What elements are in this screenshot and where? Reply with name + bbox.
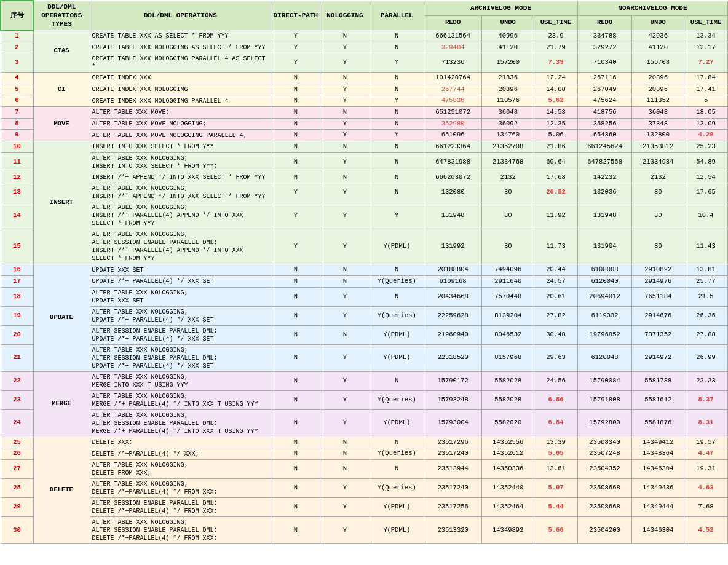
noarch-redo-cell: 475624 bbox=[577, 95, 631, 107]
direct-path-cell: Y bbox=[271, 30, 320, 42]
nologging-cell: Y bbox=[320, 202, 370, 229]
ddl-cell: ALTER TABLE XXX NOLOGGING;ALTER SESSION … bbox=[90, 344, 271, 371]
noarch-undo-cell: 2132 bbox=[632, 172, 684, 183]
arch-redo-cell: 329404 bbox=[424, 42, 481, 53]
row-num: 17 bbox=[1, 275, 33, 287]
noarch-usetime-cell: 26.99 bbox=[684, 344, 728, 371]
ddl-cell: ALTER TABLE XXX NOLOGGING;DELETE /*+PARA… bbox=[90, 478, 271, 497]
nologging-cell: Y bbox=[320, 516, 370, 543]
arch-undo-cell: 14352612 bbox=[482, 448, 534, 460]
row-num: 13 bbox=[1, 183, 33, 202]
parallel-cell: N bbox=[370, 42, 424, 53]
row-num: 10 bbox=[1, 141, 33, 153]
arch-usetime-cell: 20.44 bbox=[534, 264, 578, 276]
col-l-header: USE_TIME bbox=[684, 15, 728, 30]
direct-path-cell: Y bbox=[271, 183, 320, 202]
noarch-redo-cell: 6120048 bbox=[577, 344, 631, 371]
arch-usetime-cell: 17.68 bbox=[534, 172, 578, 183]
nologging-cell: N bbox=[320, 275, 370, 287]
noarch-redo-cell: 23508668 bbox=[577, 478, 631, 497]
noarch-undo-cell: 20896 bbox=[632, 84, 684, 95]
ddl-cell: ALTER TABLE XXX NOLOGGING;ALTER SESSION … bbox=[90, 516, 271, 543]
parallel-cell: Y(PDML) bbox=[370, 325, 424, 344]
arch-undo-cell: 157200 bbox=[482, 53, 534, 73]
arch-undo-cell: 7494096 bbox=[482, 264, 534, 276]
noarch-redo-cell: 418756 bbox=[577, 107, 631, 119]
nologging-cell: N bbox=[320, 30, 370, 42]
nologging-cell: Y bbox=[320, 306, 370, 325]
direct-path-cell: N bbox=[271, 95, 320, 107]
noarch-redo-cell: 6120040 bbox=[577, 275, 631, 287]
arch-undo-cell: 2132 bbox=[482, 172, 534, 183]
arch-undo-cell: 40996 bbox=[482, 30, 534, 42]
op-group-cell: CI bbox=[33, 73, 90, 107]
ddl-cell: ALTER SESSION ENABLE PARALLEL DML;DELETE… bbox=[90, 497, 271, 516]
col-j-header: REDO bbox=[577, 15, 631, 30]
arch-undo-cell: 21334768 bbox=[482, 152, 534, 172]
op-group-cell: CTAS bbox=[33, 30, 90, 73]
parallel-cell: N bbox=[370, 287, 424, 306]
arch-undo-cell: 21336 bbox=[482, 73, 534, 84]
parallel-cell: N bbox=[370, 84, 424, 95]
nologging-cell: Y bbox=[320, 229, 370, 264]
noarch-usetime-cell: 5 bbox=[684, 95, 728, 107]
arch-undo-cell: 14352464 bbox=[482, 497, 534, 516]
row-num: 7 bbox=[1, 107, 33, 119]
ddl-cell: ALTER TABLE XXX NOLOGGING;MERGE /*+ PARA… bbox=[90, 390, 271, 409]
ddl-cell: CREATE INDEX XXX bbox=[90, 73, 271, 84]
noarch-redo-cell: 267116 bbox=[577, 73, 631, 84]
noarch-undo-cell: 7651184 bbox=[632, 287, 684, 306]
direct-path-cell: N bbox=[271, 172, 320, 183]
arch-undo-cell: 36048 bbox=[482, 107, 534, 119]
noarch-redo-cell: 23508668 bbox=[577, 497, 631, 516]
col-k-header: UNDO bbox=[632, 15, 684, 30]
parallel-cell: N bbox=[370, 183, 424, 202]
arch-undo-cell: 21352708 bbox=[482, 141, 534, 153]
noarch-usetime-cell: 11.43 bbox=[684, 229, 728, 264]
arch-undo-cell: 2911640 bbox=[482, 275, 534, 287]
noarch-undo-cell: 5581612 bbox=[632, 390, 684, 409]
arch-usetime-cell: 5.66 bbox=[534, 516, 578, 543]
ddl-cell: CREATE TABLE XXX NOLOGGING PARALLEL 4 AS… bbox=[90, 53, 271, 73]
nologging-cell: Y bbox=[320, 95, 370, 107]
ddl-cell: DELETE XXX; bbox=[90, 437, 271, 448]
row-num: 16 bbox=[1, 264, 33, 276]
noarch-usetime-cell: 21.5 bbox=[684, 287, 728, 306]
direct-path-cell: N bbox=[271, 152, 320, 172]
arch-redo-cell: 101420764 bbox=[424, 73, 481, 84]
arch-redo-cell: 23517296 bbox=[424, 437, 481, 448]
parallel-cell: Y(Queries) bbox=[370, 478, 424, 497]
noarch-redo-cell: 15792800 bbox=[577, 409, 631, 437]
row-num: 21 bbox=[1, 344, 33, 371]
parallel-cell: Y bbox=[370, 95, 424, 107]
nologging-cell: N bbox=[320, 264, 370, 276]
nologging-cell: N bbox=[320, 107, 370, 119]
noarch-redo-cell: 131948 bbox=[577, 202, 631, 229]
parallel-cell: Y(Queries) bbox=[370, 448, 424, 460]
noarch-redo-cell: 23504352 bbox=[577, 459, 631, 478]
direct-path-cell: N bbox=[271, 118, 320, 130]
row-num: 4 bbox=[1, 73, 33, 84]
arch-usetime-cell: 11.92 bbox=[534, 202, 578, 229]
arch-usetime-cell: 20.61 bbox=[534, 287, 578, 306]
arch-redo-cell: 15790172 bbox=[424, 371, 481, 390]
arch-redo-cell: 647831988 bbox=[424, 152, 481, 172]
parallel-cell: N bbox=[370, 107, 424, 119]
noarch-usetime-cell: 25.77 bbox=[684, 275, 728, 287]
noarchivelog-header: NOARCHIVELOG MODE bbox=[577, 1, 727, 15]
noarch-usetime-cell: 7.68 bbox=[684, 497, 728, 516]
ddl-cell: ALTER TABLE XXX NOLOGGING;INSERT /*+ APP… bbox=[90, 183, 271, 202]
nologging-cell: N bbox=[320, 141, 370, 153]
nologging-cell: Y bbox=[320, 42, 370, 53]
direct-path-cell: Y bbox=[271, 202, 320, 229]
row-num: 9 bbox=[1, 130, 33, 141]
arch-usetime-cell: 11.73 bbox=[534, 229, 578, 264]
arch-redo-cell: 661096 bbox=[424, 130, 481, 141]
arch-usetime-cell: 27.82 bbox=[534, 306, 578, 325]
arch-redo-cell: 15793248 bbox=[424, 390, 481, 409]
direct-path-cell: N bbox=[271, 130, 320, 141]
noarch-undo-cell: 14348364 bbox=[632, 448, 684, 460]
arch-usetime-cell: 30.48 bbox=[534, 325, 578, 344]
ddl-cell: ALTER TABLE XXX MOVE NOLOGGING PARALLEL … bbox=[90, 130, 271, 141]
noarch-undo-cell: 21353812 bbox=[632, 141, 684, 153]
